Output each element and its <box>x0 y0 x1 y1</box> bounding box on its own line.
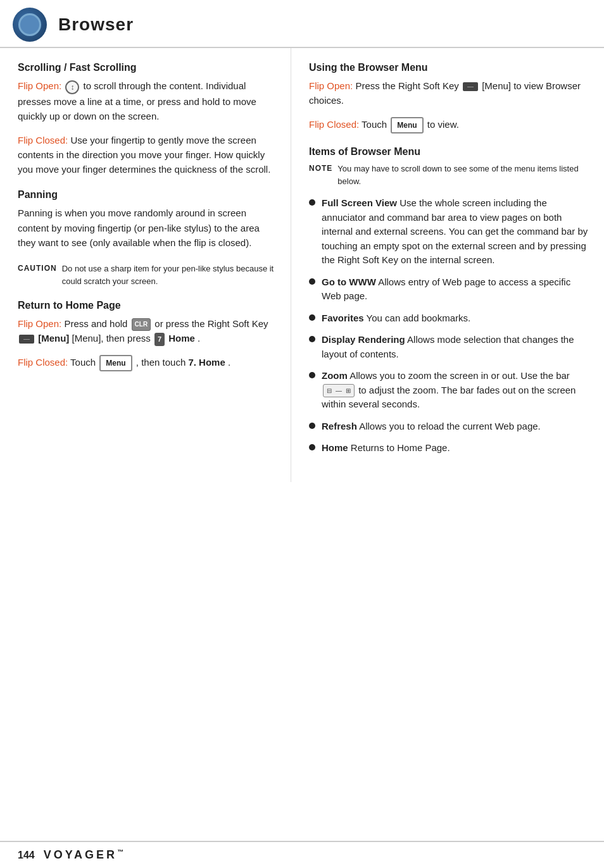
caution-label: CAUTION <box>18 263 57 287</box>
return-menu-label: [Menu] <box>38 333 69 344</box>
item-goto-bold: Go to WWW <box>322 276 376 287</box>
browser-menu-section: Using the Browser Menu Flip Open: Press … <box>309 62 589 133</box>
item-zoom: Zoom Allows you to zoom the screen in or… <box>322 369 589 412</box>
browser-menu-flip-closed-para: Flip Closed: Touch Menu to view. <box>309 117 589 134</box>
list-item: Favorites You can add bookmarks. <box>309 311 589 326</box>
home-key-icon: 7 <box>154 333 165 346</box>
caution-text: Do not use a sharp item for your pen-lik… <box>62 263 275 287</box>
left-column: Scrolling / Fast Scrolling Flip Open: to… <box>0 48 291 482</box>
return-heading: Return to Home Page <box>18 300 275 311</box>
return-flip-closed-text1: Touch <box>70 357 98 368</box>
flip-open-label: Flip Open: <box>18 80 61 91</box>
item-home-bold: Home <box>322 442 348 453</box>
item-favorites-text: You can add bookmarks. <box>367 313 471 323</box>
browser-flip-closed-text2: to view. <box>427 119 459 130</box>
panning-heading: Panning <box>18 189 275 201</box>
browser-soft-key-icon <box>463 82 478 91</box>
bullet-dot <box>309 444 315 450</box>
home-label: Home <box>168 333 195 344</box>
note-label: NOTE <box>309 163 332 187</box>
item-refresh: Refresh Allows you to reload the current… <box>322 419 541 434</box>
page-header: Browser <box>0 0 604 48</box>
page-number: 144 <box>18 850 35 861</box>
return-flip-closed-text2: , then touch <box>136 357 189 368</box>
return-flip-closed-label: Flip Closed: <box>18 357 68 368</box>
clr-button-icon: CLR <box>132 318 151 331</box>
scrolling-section: Scrolling / Fast Scrolling Flip Open: to… <box>18 62 275 177</box>
browser-flip-closed-text: Touch <box>362 119 389 130</box>
item-home: Home Returns to Home Page. <box>322 441 450 456</box>
scrolling-flip-closed-para: Flip Closed: Use your fingertip to gentl… <box>18 133 275 177</box>
return-flip-open-text2: or press the Right Soft Key <box>154 318 268 329</box>
browser-menu-heading: Using the Browser Menu <box>309 62 589 73</box>
item-go-to-www: Go to WWW Allows entry of Web page to ac… <box>322 275 589 304</box>
item-zoom-bold: Zoom <box>322 370 348 381</box>
bullet-dot <box>309 336 315 342</box>
item-zoom-text2: to adjust the zoom. The bar fades out on… <box>322 385 576 410</box>
return-section: Return to Home Page Flip Open: Press and… <box>18 300 275 371</box>
main-content: Scrolling / Fast Scrolling Flip Open: to… <box>0 48 604 482</box>
item-full-screen: Full Screen View Use the whole screen in… <box>322 196 589 268</box>
note-text: You may have to scroll down to see some … <box>337 163 589 187</box>
brand-logo <box>13 8 47 42</box>
bullet-dot <box>309 199 315 206</box>
browser-menu-flip-open-para: Flip Open: Press the Right Soft Key [Men… <box>309 78 589 108</box>
bullet-dot <box>309 423 315 429</box>
bullet-dot <box>309 372 315 378</box>
list-item: Refresh Allows you to reload the current… <box>309 419 589 434</box>
zoom-seg3: ⊞ <box>344 385 352 396</box>
item-favorites-bold: Favorites <box>322 313 364 323</box>
scrolling-heading: Scrolling / Fast Scrolling <box>18 62 275 73</box>
return-flip-open-para: Flip Open: Press and hold CLR or press t… <box>18 316 275 346</box>
zoom-seg2: — <box>334 385 343 396</box>
browser-flip-open-label: Flip Open: <box>309 80 353 91</box>
trademark-symbol: ™ <box>117 848 126 855</box>
return-flip-closed-para: Flip Closed: Touch Menu , then touch 7. … <box>18 355 275 372</box>
zoom-bar-icon: ⊟ — ⊞ <box>323 384 355 397</box>
browser-items-heading: Items of Browser Menu <box>309 146 589 158</box>
item-refresh-text: Allows you to reload the current Web pag… <box>359 421 541 431</box>
panning-section: Panning Panning is when you move randoml… <box>18 189 275 250</box>
browser-flip-open-text: Press the Right Soft Key <box>355 80 462 91</box>
item-zoom-text1: Allows you to zoom the screen in or out.… <box>349 370 570 381</box>
flip-closed-label-scrolling: Flip Closed: <box>18 135 68 146</box>
return-flip-open-text3: [Menu], then press <box>72 333 153 344</box>
soft-key-icon <box>19 335 34 344</box>
page-title: Browser <box>58 15 134 35</box>
logo-inner <box>18 13 41 36</box>
caution-box: CAUTION Do not use a sharp item for your… <box>18 263 275 287</box>
bullet-dot <box>309 314 315 321</box>
panning-text: Panning is when you move randomly around… <box>18 206 275 250</box>
browser-items-list: Full Screen View Use the whole screen in… <box>309 196 589 456</box>
menu-touch-button: Menu <box>99 355 132 372</box>
return-flip-open-label: Flip Open: <box>18 318 61 329</box>
directional-key-icon <box>65 80 79 94</box>
home-7-label: 7. Home <box>188 357 225 368</box>
zoom-seg1: ⊟ <box>325 385 333 396</box>
scrolling-flip-open-para: Flip Open: to scroll through the content… <box>18 78 275 124</box>
bullet-dot <box>309 278 315 285</box>
list-item: Go to WWW Allows entry of Web page to ac… <box>309 275 589 304</box>
right-column: Using the Browser Menu Flip Open: Press … <box>291 48 604 482</box>
list-item: Zoom Allows you to zoom the screen in or… <box>309 369 589 412</box>
dir-key-icon <box>64 79 80 94</box>
item-full-screen-bold: Full Screen View <box>322 197 397 208</box>
list-item: Home Returns to Home Page. <box>309 441 589 456</box>
page-footer: 144 VOYAGER™ <box>0 841 604 868</box>
return-flip-open-text1: Press and hold <box>64 318 130 329</box>
item-home-text: Returns to Home Page. <box>351 442 450 453</box>
list-item: Display Rendering Allows mode selection … <box>309 333 589 361</box>
list-item: Full Screen View Use the whole screen in… <box>309 196 589 268</box>
brand-text: VOYAGER <box>44 848 117 861</box>
item-display-bold: Display Rendering <box>322 334 405 345</box>
browser-items-section: Items of Browser Menu NOTE You may have … <box>309 146 589 456</box>
item-favorites: Favorites You can add bookmarks. <box>322 311 470 326</box>
note-box: NOTE You may have to scroll down to see … <box>309 163 589 187</box>
browser-flip-closed-label: Flip Closed: <box>309 119 359 130</box>
browser-menu-touch: Menu <box>391 117 423 134</box>
item-refresh-bold: Refresh <box>322 421 357 431</box>
item-display-rendering: Display Rendering Allows mode selection … <box>322 333 589 361</box>
brand-name: VOYAGER™ <box>44 848 126 862</box>
